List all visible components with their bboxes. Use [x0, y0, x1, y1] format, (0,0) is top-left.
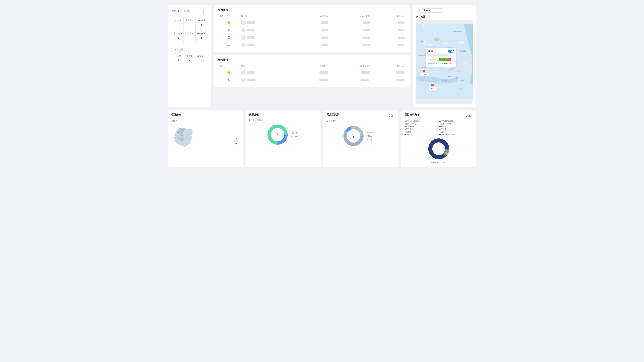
- front-back-ratio-card: 前后装比例 ▲1/3▼ 精装改造 总: [323, 110, 398, 167]
- total-value: 8: [175, 58, 184, 62]
- sales-name: 王...S: [240, 76, 294, 84]
- count-done: 已完结 1: [194, 53, 205, 64]
- locate-btn[interactable]: ◎: [234, 141, 238, 145]
- material-color-dot: [440, 129, 440, 130]
- status-value-0: 1: [174, 23, 182, 27]
- map-tooltip: 老师 方案上传 — ✓ ✓ ✕ 项目编号 XSXM2024040200: [426, 48, 456, 67]
- project-ranking-row: 4 族... 2K 4K 3K: [218, 41, 406, 49]
- customer-name: 族...: [240, 41, 294, 49]
- svg-point-26: [422, 69, 426, 72]
- room-label-0: 一室 1 (2...: [290, 132, 299, 134]
- pending-amount: 万: [330, 26, 371, 34]
- upload-label: 方案上传: [428, 58, 436, 61]
- map-container[interactable]: 国际客运中心 七浦路 天潼路 上海半岛酒店 东方明珠 广播电视塔 南京路步行街 …: [416, 20, 473, 104]
- fb-label-1: 有线...: [366, 135, 379, 137]
- count-total: 总计 8: [174, 53, 184, 64]
- svg-text:徐汇区: 徐汇区: [180, 135, 184, 136]
- date-filter-select[interactable]: 请选择: [182, 9, 204, 13]
- material-legend-item: 开关面板 (72.62%): [440, 133, 473, 136]
- material-item-label: 安防...: [441, 131, 446, 133]
- zoom-in-btn[interactable]: +: [234, 137, 238, 141]
- sales-avatar: [241, 78, 246, 82]
- material-legend-item: 灯 (0...): [404, 133, 438, 136]
- svg-text:国际客运中心: 国际客运中心: [454, 31, 462, 32]
- room-legend: 一室 四室: [249, 119, 317, 121]
- project-ranking-row: 👑 汪... 5万 万 0万: [218, 19, 406, 26]
- front-back-donut-wrap: 总计 8 精装改造 1 (1... 有线... 前装 5...: [327, 124, 395, 148]
- svg-text:广播电视塔: 广播电视塔: [460, 51, 466, 52]
- sales-rank-icon: 👑: [218, 69, 240, 76]
- tooltip-toggle[interactable]: [448, 50, 454, 53]
- contract-price: 5万: [294, 19, 330, 26]
- upload-btn-1[interactable]: ✓: [440, 58, 443, 61]
- jingzhuang-dot: [327, 121, 328, 122]
- svg-point-58: [432, 142, 445, 155]
- project-map: 崇明区 宝山区 徐汇区 松江区 金山区 + ◎ −: [171, 124, 240, 151]
- front-back-legend: 精装改造: [327, 120, 395, 122]
- pending-amount: 万: [330, 19, 371, 26]
- shanghai-map-svg: 崇明区 宝山区 徐汇区 松江区 金山区: [171, 124, 198, 151]
- status-label-0: 未进场: [174, 19, 182, 22]
- customer-avatar: [241, 20, 246, 25]
- svg-point-32: [431, 84, 434, 87]
- material-nav[interactable]: ▲1/13▼: [466, 115, 473, 117]
- front-back-nav[interactable]: ▲1/3▼: [389, 115, 395, 117]
- rank-icon: 🥈: [218, 26, 240, 34]
- customer-name: 朱...: [240, 26, 294, 34]
- room-ratio-card: 房型比例 一室 四室 总计 4: [246, 110, 321, 167]
- status-value-2: 1: [197, 23, 206, 27]
- zoom-out-btn[interactable]: −: [234, 146, 238, 150]
- project-ranking-row: 🥈 朱... 4K 万 万: [218, 26, 406, 34]
- region-input[interactable]: [422, 8, 442, 12]
- material-legend-item: 摄像头 (0...): [440, 125, 473, 128]
- middle-panel: 项目排行 排行 客户表 合同总价 待补款金额 实际总价 👑: [214, 5, 410, 107]
- material-color-dot: [404, 123, 406, 124]
- material-color-dot: [440, 131, 440, 133]
- front-back-donut-svg: 总计 8: [343, 125, 364, 147]
- svg-text:小南门: 小南门: [455, 77, 458, 78]
- project-distribution-card: 项目分布 总计: 5 崇明区 宝山区 徐汇区 松江区: [168, 110, 243, 167]
- svg-text:4: 4: [277, 134, 278, 137]
- status-card-1: 水电进场 0: [184, 17, 195, 30]
- material-color-dot: [404, 129, 406, 130]
- material-item-label: 网关 (0.66%): [406, 123, 416, 125]
- svg-text:施总: 施总: [431, 88, 434, 89]
- svg-text:上海人民广: 上海人民广: [420, 67, 426, 68]
- upload-btn-3[interactable]: ✕: [448, 58, 451, 61]
- material-legend-item: 智能面...: [404, 131, 438, 133]
- material-legend-item: 开合帘...: [404, 128, 438, 130]
- one-room-dot: [249, 119, 250, 121]
- sales-col-contract: 合同总价: [294, 64, 329, 69]
- status-card-4: 灯具完成 0: [184, 30, 195, 43]
- status-value-1: 0: [185, 23, 194, 27]
- svg-text:李元 试: 李元 试: [422, 74, 427, 75]
- sales-avatar: [241, 70, 246, 75]
- svg-text:8: 8: [353, 135, 354, 138]
- material-color-dot: [440, 123, 440, 124]
- legend-four-room: 四室: [257, 119, 263, 121]
- status-card-3: 木工进场 0: [172, 30, 184, 43]
- four-room-dot: [257, 119, 258, 121]
- upload-btn-2[interactable]: ✓: [444, 58, 447, 61]
- material-legend-grid: 开合配件 (3.11%)空调地暖 (1.15%)网关 (0.66%)其他 (1.…: [404, 120, 473, 136]
- svg-text:黄浦滨江: 黄浦滨江: [459, 80, 464, 82]
- project-ranking-row: 🏅 潘... K 2K 2K: [218, 34, 406, 41]
- customer-name: 汪...: [240, 19, 294, 26]
- customer-avatar: [241, 35, 246, 40]
- left-panel: 创建时间 请选择 未进场 1 水电进场 0 水电完成 1: [168, 5, 211, 107]
- four-room-label: 四室: [259, 119, 263, 121]
- material-legend-item: 网关 (0.66%): [404, 123, 438, 125]
- status-label-4: 灯具完成: [185, 32, 194, 35]
- status-card-5: 网络开通 1: [196, 30, 207, 43]
- svg-text:马当路: 马当路: [435, 83, 438, 84]
- status-grid: 未进场 1 水电进场 0 水电完成 1 木工进场 0 灯具完成 0: [172, 16, 207, 43]
- svg-text:南京路步行街: 南京路步行街: [419, 55, 426, 56]
- material-legend-item: 开合配件 (3.11%): [404, 120, 438, 122]
- material-donut-wrap: [404, 137, 473, 161]
- actual-price: 0万: [371, 19, 406, 26]
- material-legend-wrap: 开合配件 (3.11%)空调地暖 (1.15%)网关 (0.66%)其他 (1.…: [404, 120, 473, 136]
- material-color-dot: [404, 134, 406, 135]
- actual-price: 3K: [371, 41, 406, 49]
- material-item-label: 其他 (1.64%): [441, 123, 451, 125]
- material-item-label: 摄像头 (0...): [441, 125, 450, 128]
